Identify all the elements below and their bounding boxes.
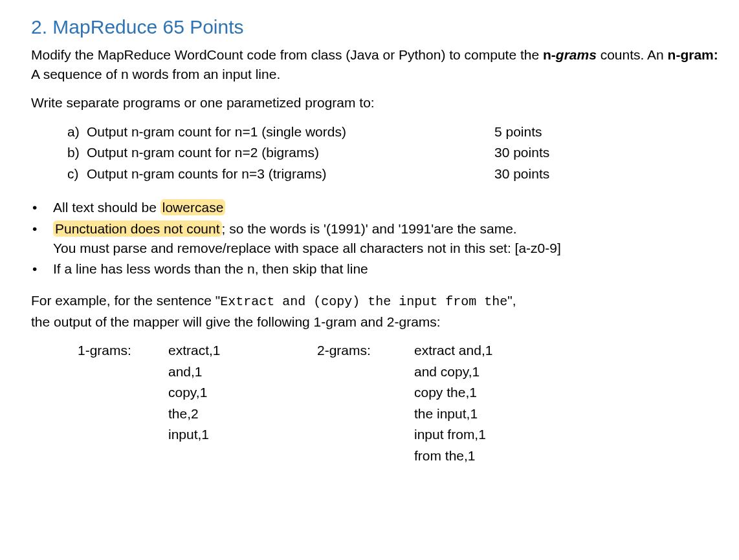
- bullet-dot-icon: •: [31, 259, 53, 279]
- ngram-output-grid: 1-grams: extract,1 and,1 copy,1 the,2 in…: [78, 341, 720, 467]
- bullet-list: • All text should be lowercase • Punctua…: [31, 198, 720, 279]
- subitem-a: a) Output n-gram count for n=1 (single w…: [67, 122, 720, 142]
- intro-mid: counts. An: [597, 47, 668, 62]
- bullet-2: • Punctuation does not count; so the wor…: [31, 219, 720, 259]
- gram-value: copy the,1: [414, 383, 492, 402]
- subitem-points: 30 points: [494, 164, 549, 184]
- intro-pre: Modify the MapReduce WordCount code from…: [31, 47, 543, 62]
- section-heading: 2. MapReduce 65 Points: [31, 13, 720, 41]
- intro-bold2: n-gram:: [668, 47, 718, 62]
- example-line2: the output of the mapper will give the f…: [31, 312, 720, 332]
- gram-value: from the,1: [414, 446, 492, 466]
- twogram-column: 2-grams: extract and,1 and copy,1 copy t…: [317, 341, 492, 467]
- example-paragraph: For example, for the sentence "Extract a…: [31, 291, 720, 311]
- gram-value: extract,1: [168, 341, 317, 360]
- intro-post: A sequence of n words from an input line…: [31, 67, 280, 81]
- gram-value: and,1: [168, 362, 317, 382]
- bullet-dot-icon: •: [31, 198, 53, 217]
- bullet-3: • If a line has less words than the n, t…: [31, 259, 720, 279]
- subitem-text: Output n-gram count for n=1 (single word…: [87, 122, 494, 142]
- gram-value: the input,1: [414, 404, 492, 424]
- subitem-c: c) Output n-gram counts for n=3 (trigram…: [67, 164, 720, 184]
- ordered-sublist: a) Output n-gram count for n=1 (single w…: [67, 122, 720, 184]
- subitem-marker: c): [67, 164, 87, 184]
- onegram-label: 1-grams:: [78, 341, 168, 360]
- gram-value: and copy,1: [414, 362, 492, 382]
- bullet3-text: If a line has less words than the n, the…: [53, 259, 720, 279]
- subitem-points: 30 points: [494, 143, 549, 162]
- subitem-text: Output n-gram count for n=2 (bigrams): [87, 143, 494, 162]
- bullet2-post: ; so the words is '(1991)' and '1991'are…: [222, 221, 517, 236]
- intro-bold1: n-: [543, 47, 556, 62]
- onegram-values: extract,1 and,1 copy,1 the,2 input,1: [168, 341, 317, 446]
- highlight-lowercase: lowercase: [160, 199, 226, 215]
- bullet-1: • All text should be lowercase: [31, 198, 720, 217]
- write-line: Write separate programs or one parametiz…: [31, 93, 720, 113]
- subitem-marker: a): [67, 122, 87, 142]
- onegram-column: 1-grams: extract,1 and,1 copy,1 the,2 in…: [78, 341, 317, 467]
- subitem-points: 5 points: [494, 122, 542, 142]
- intro-bolditalic: grams: [556, 47, 597, 62]
- gram-value: extract and,1: [414, 341, 492, 360]
- subitem-text: Output n-gram counts for n=3 (trigrams): [87, 164, 494, 184]
- gram-value: input from,1: [414, 425, 492, 444]
- example-pre: For example, for the sentence ": [31, 293, 220, 308]
- subitem-marker: b): [67, 143, 87, 162]
- gram-value: the,2: [168, 404, 317, 424]
- intro-paragraph: Modify the MapReduce WordCount code from…: [31, 45, 720, 85]
- gram-value: input,1: [168, 425, 317, 444]
- bullet-dot-icon: •: [31, 219, 53, 239]
- highlight-punctuation: Punctuation does not count: [53, 221, 222, 237]
- twogram-values: extract and,1 and copy,1 copy the,1 the …: [414, 341, 492, 467]
- example-post: ",: [507, 293, 516, 308]
- subitem-b: b) Output n-gram count for n=2 (bigrams)…: [67, 143, 720, 162]
- bullet1-pre: All text should be: [53, 200, 160, 215]
- twogram-label: 2-grams:: [317, 341, 414, 360]
- bullet2-line2: You must parse and remove/replace with s…: [53, 241, 561, 255]
- gram-value: copy,1: [168, 383, 317, 402]
- example-code: Extract and (copy) the input from the: [220, 294, 507, 309]
